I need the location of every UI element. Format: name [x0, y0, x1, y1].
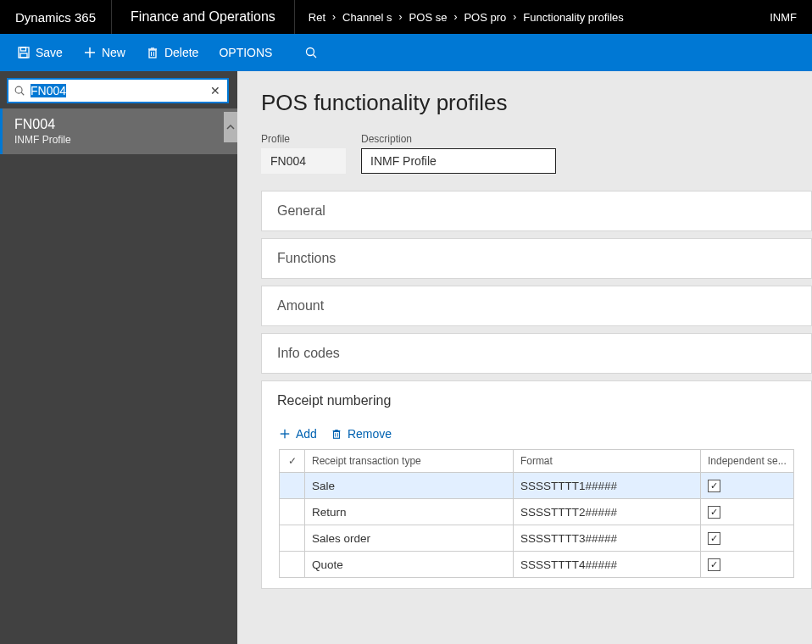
add-button[interactable]: Add [279, 427, 317, 441]
col-receipt-type[interactable]: Receipt transaction type [305, 450, 514, 473]
fasttab-general[interactable]: General [261, 191, 812, 231]
header-fields: Profile FN004 Description INMF Profile [261, 133, 812, 174]
check-icon: ✓ [288, 455, 297, 467]
receipt-grid: ✓ Receipt transaction type Format Indepe… [279, 449, 794, 578]
search-icon [14, 85, 25, 97]
grid-select-all[interactable]: ✓ [280, 450, 305, 473]
checkbox[interactable]: ✓ [708, 480, 720, 492]
checkbox[interactable]: ✓ [708, 506, 720, 519]
cell-format[interactable]: SSSSTTTT4##### [513, 552, 700, 578]
svg-point-10 [307, 48, 314, 56]
sidebar-search[interactable]: ✕ [7, 78, 229, 103]
checkbox[interactable]: ✓ [708, 532, 720, 545]
clear-icon[interactable]: ✕ [209, 84, 222, 97]
commandbar-search-button[interactable] [294, 34, 328, 71]
scroll-up-hint[interactable] [224, 112, 237, 142]
list-item-title: FN004 [14, 117, 225, 132]
chevron-right-icon: › [398, 11, 404, 23]
table-row[interactable]: QuoteSSSSTTTT4#####✓ [280, 552, 794, 578]
fasttab-receipt-header[interactable]: Receipt numbering [262, 381, 811, 414]
save-button[interactable]: Save [7, 34, 73, 71]
breadcrumb: Ret › Channel s › POS se › POS pro › Fun… [295, 11, 758, 24]
cell-receipt-type[interactable]: Sales order [305, 525, 514, 552]
remove-label: Remove [348, 427, 392, 441]
cell-independent-seq[interactable]: ✓ [701, 473, 794, 499]
table-row[interactable]: Sales orderSSSSTTTT3#####✓ [280, 525, 794, 552]
trash-icon [331, 428, 342, 440]
checkbox[interactable]: ✓ [708, 558, 720, 571]
chevron-right-icon: › [452, 11, 459, 23]
cell-format[interactable]: SSSSTTTT3##### [513, 525, 700, 552]
cell-independent-seq[interactable]: ✓ [701, 525, 794, 552]
table-row[interactable]: SaleSSSSTTTT1#####✓ [280, 473, 794, 499]
row-select-cell[interactable] [280, 499, 305, 525]
chevron-up-icon [225, 122, 236, 132]
save-label: Save [36, 46, 63, 59]
brand-name[interactable]: Dynamics 365 [0, 0, 112, 34]
cell-receipt-type[interactable]: Return [305, 499, 514, 525]
new-label: New [102, 46, 125, 59]
row-select-cell[interactable] [280, 552, 305, 578]
search-input[interactable] [25, 84, 209, 97]
svg-rect-1 [21, 47, 26, 51]
profile-value[interactable]: FN004 [261, 148, 346, 174]
main-area: ✕ FN004 INMF Profile POS functionality p… [0, 71, 812, 644]
options-button[interactable]: OPTIONS [209, 34, 282, 71]
description-field[interactable]: INMF Profile [361, 148, 556, 174]
add-label: Add [296, 427, 317, 441]
topbar: Dynamics 365 Finance and Operations Ret … [0, 0, 812, 34]
search-icon [304, 46, 318, 59]
breadcrumb-item[interactable]: Functionality profiles [518, 11, 629, 24]
breadcrumb-item[interactable]: POS se [404, 11, 453, 24]
svg-line-11 [314, 55, 317, 58]
col-format[interactable]: Format [513, 450, 700, 473]
breadcrumb-item[interactable]: Ret [303, 11, 331, 24]
cell-format[interactable]: SSSSTTTT1##### [513, 473, 700, 499]
module-name[interactable]: Finance and Operations [112, 0, 295, 34]
svg-point-12 [15, 86, 22, 93]
page-title: POS functionality profiles [261, 90, 812, 116]
description-label: Description [361, 133, 556, 145]
delete-label: Delete [164, 46, 198, 59]
remove-button[interactable]: Remove [331, 427, 392, 441]
options-label: OPTIONS [219, 46, 272, 59]
svg-rect-2 [20, 53, 27, 58]
fasttab-info-codes[interactable]: Info codes [261, 333, 812, 374]
delete-button[interactable]: Delete [136, 34, 209, 71]
svg-line-13 [21, 92, 24, 95]
fasttab-amount[interactable]: Amount [261, 286, 812, 326]
plus-icon [279, 428, 291, 440]
chevron-right-icon: › [331, 11, 337, 23]
sidebar: ✕ FN004 INMF Profile [0, 71, 237, 644]
sidebar-list-item[interactable]: FN004 INMF Profile [0, 108, 237, 154]
plus-icon [83, 46, 97, 59]
list-item-subtitle: INMF Profile [14, 134, 225, 146]
cell-receipt-type[interactable]: Sale [305, 473, 514, 499]
trash-icon [146, 46, 159, 59]
profile-label: Profile [261, 133, 346, 145]
cell-independent-seq[interactable]: ✓ [701, 552, 794, 578]
breadcrumb-item[interactable]: POS pro [459, 11, 511, 24]
breadcrumb-item[interactable]: Channel s [337, 11, 398, 24]
fasttab-receipt-numbering: Receipt numbering Add Remove ✓ [261, 380, 812, 589]
entity-badge[interactable]: INMF [758, 11, 812, 24]
new-button[interactable]: New [73, 34, 136, 71]
cell-receipt-type[interactable]: Quote [305, 552, 514, 578]
row-select-cell[interactable] [280, 473, 305, 499]
svg-rect-16 [333, 431, 339, 438]
table-row[interactable]: ReturnSSSSTTTT2#####✓ [280, 499, 794, 525]
row-select-cell[interactable] [280, 525, 305, 552]
chevron-right-icon: › [511, 11, 518, 23]
fasttab-functions[interactable]: Functions [261, 238, 812, 279]
cell-independent-seq[interactable]: ✓ [701, 499, 794, 525]
save-icon [17, 46, 31, 59]
cell-format[interactable]: SSSSTTTT2##### [513, 499, 700, 525]
content-pane: POS functionality profiles Profile FN004… [237, 71, 812, 644]
col-independent-seq[interactable]: Independent se... [701, 450, 794, 473]
command-bar: Save New Delete OPTIONS [0, 34, 812, 71]
svg-rect-5 [149, 50, 156, 58]
